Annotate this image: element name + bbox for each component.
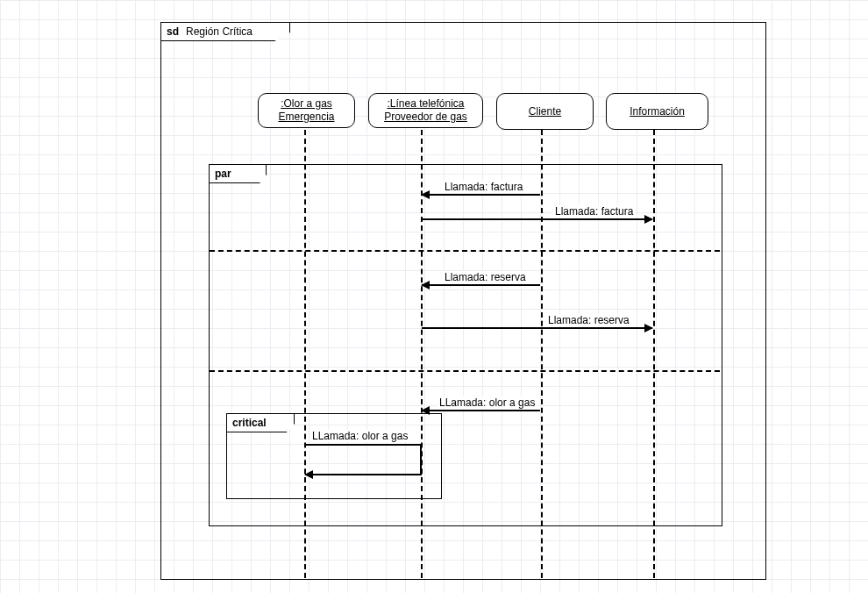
msg-llamada-factura-2: Llamada: factura	[422, 218, 652, 220]
sd-title: Región Crítica	[186, 25, 253, 38]
lifeline-label: Proveedor de gas	[374, 111, 477, 124]
lifeline-label: Cliente	[529, 105, 561, 118]
lifeline-label: :Línea telefónica	[374, 97, 477, 111]
lifeline-head-olor-a-gas: :Olor a gas Emergencia	[258, 93, 355, 128]
lifeline-label: Emergencia	[264, 111, 349, 124]
par-separator-2	[210, 370, 720, 372]
diagram-stage: sdRegión Crítica :Olor a gas Emergencia …	[0, 0, 868, 593]
msg-label: LLamada: olor a gas	[438, 397, 537, 409]
sd-frame-tab: sdRegión Crítica	[160, 22, 290, 41]
msg-label: LLamada: olor a gas	[310, 430, 409, 442]
lifeline-label: Información	[630, 105, 685, 118]
msg-olor-a-gas-self: LLamada: olor a gas	[305, 444, 422, 475]
arrowhead-right-icon	[644, 324, 653, 332]
par-tab: par	[209, 164, 267, 183]
lifeline-head-informacion: Información	[606, 93, 708, 130]
arrowhead-left-icon	[421, 281, 430, 289]
critical-label: critical	[232, 417, 267, 429]
arrowhead-right-icon	[644, 215, 653, 224]
msg-label: Llamada: reserva	[546, 314, 631, 326]
msg-llamada-reserva-2: Llamada: reserva	[422, 327, 652, 329]
msg-llamada-factura-1: Llamada: factura	[422, 194, 540, 196]
par-separator-1	[210, 250, 720, 252]
lifeline-label: :Olor a gas	[264, 97, 349, 111]
critical-tab: critical	[226, 413, 295, 432]
arrowhead-left-icon	[304, 470, 313, 479]
lifeline-head-cliente: Cliente	[496, 93, 594, 130]
msg-label: Llamada: factura	[443, 181, 524, 193]
lifeline-head-linea-telefonica: :Línea telefónica Proveedor de gas	[368, 93, 483, 128]
arrowhead-left-icon	[421, 190, 430, 199]
msg-llamada-reserva-1: Llamada: reserva	[422, 284, 540, 286]
sd-prefix: sd	[167, 25, 179, 38]
par-label: par	[215, 168, 231, 180]
msg-olor-a-gas-in: LLamada: olor a gas	[422, 410, 540, 411]
msg-label: Llamada: factura	[553, 205, 635, 218]
msg-label: Llamada: reserva	[443, 271, 528, 283]
